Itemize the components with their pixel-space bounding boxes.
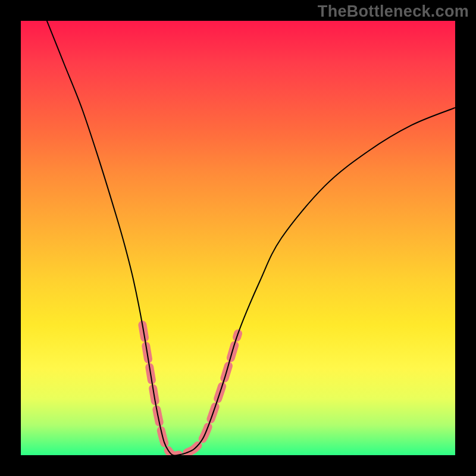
chart-svg (21, 21, 455, 455)
chart-frame: TheBottleneck.com (0, 0, 476, 476)
watermark-text: TheBottleneck.com (318, 2, 469, 21)
curve-highlight (142, 325, 238, 455)
plot-area (21, 21, 455, 455)
curve-main (47, 21, 455, 455)
